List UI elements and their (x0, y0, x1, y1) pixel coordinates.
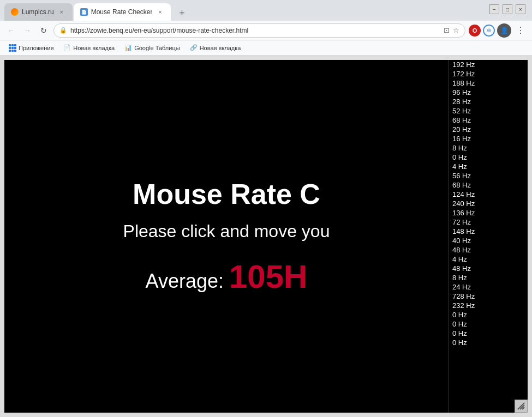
list-item: 0 Hz (449, 310, 519, 319)
lock-icon: 🔒 (59, 27, 67, 34)
rate-list[interactable]: 192 Hz172 Hz188 Hz96 Hz28 Hz52 Hz68 Hz20… (449, 60, 519, 413)
sheets-icon: 📊 (124, 44, 132, 51)
list-item: 72 Hz (449, 217, 519, 227)
tab-lumpics-label: Lumpics.ru (22, 8, 54, 16)
list-item: 192 Hz (449, 60, 519, 69)
browser-actions: O ⊕ 👤 ⋮ (469, 23, 528, 38)
list-item: 24 Hz (449, 282, 519, 292)
list-item: 68 Hz (449, 116, 519, 125)
close-button[interactable]: × (516, 4, 525, 14)
browser-frame: Lumpics.ru × 📄 Mouse Rate Checker × + − … (0, 0, 532, 417)
tab-mouse-rate-label: Mouse Rate Checker (91, 8, 153, 16)
bookmark-new-tab-2-label: Новая вкладка (200, 45, 241, 51)
bookmarks-bar: Приложения 📄 Новая вкладка 📊 Google Табл… (0, 40, 532, 56)
list-item: 8 Hz (449, 273, 519, 282)
list-item: 124 Hz (449, 190, 519, 199)
main-content[interactable]: Mouse Rate C Please click and move you A… (4, 60, 449, 413)
mouse-rate-favicon: 📄 (80, 8, 88, 16)
menu-button[interactable]: ⋮ (513, 23, 528, 38)
list-item: 172 Hz (449, 69, 519, 78)
bookmark-apps-label: Приложения (19, 45, 53, 51)
new-tab-button[interactable]: + (174, 5, 189, 21)
list-item: 232 Hz (449, 301, 519, 310)
content-area: Mouse Rate C Please click and move you A… (0, 56, 532, 417)
tab-lumpics-close[interactable]: × (57, 8, 66, 16)
webpage: Mouse Rate C Please click and move you A… (4, 60, 528, 413)
list-item: 4 Hz (449, 255, 519, 264)
list-item: 8 Hz (449, 143, 519, 153)
list-item: 52 Hz (449, 106, 519, 116)
list-item: 16 Hz (449, 134, 519, 143)
tab-lumpics[interactable]: Lumpics.ru × (4, 3, 73, 21)
doc-icon: 📄 (63, 44, 71, 51)
user-avatar[interactable]: 👤 (497, 23, 511, 38)
list-item: 48 Hz (449, 245, 519, 255)
resize-handle[interactable] (515, 400, 528, 413)
bookmark-sheets-label: Google Таблицы (134, 45, 180, 51)
list-item: 148 Hz (449, 227, 519, 236)
lumpics-favicon (11, 8, 19, 16)
average-value: 105H (229, 258, 307, 295)
list-item: 136 Hz (449, 208, 519, 217)
refresh-button[interactable]: ↻ (37, 24, 50, 37)
minimize-button[interactable]: − (489, 4, 499, 14)
forward-button[interactable]: → (21, 24, 34, 37)
list-item: 0 Hz (449, 329, 519, 338)
list-item: 0 Hz (449, 153, 519, 162)
maximize-button[interactable]: □ (503, 4, 512, 14)
list-item: 4 Hz (449, 162, 519, 171)
list-item: 56 Hz (449, 171, 519, 180)
bookmark-sheets[interactable]: 📊 Google Таблицы (120, 43, 184, 52)
list-item: 96 Hz (449, 88, 519, 97)
tab-mouse-rate-close[interactable]: × (156, 8, 164, 16)
list-item: 188 Hz (449, 78, 519, 88)
list-item: 0 Hz (449, 319, 519, 329)
url-box[interactable]: 🔒 https://zowie.benq.eu/en-eu/support/mo… (53, 23, 465, 38)
list-item: 240 Hz (449, 199, 519, 208)
rate-panel: 192 Hz172 Hz188 Hz96 Hz28 Hz52 Hz68 Hz20… (449, 60, 528, 413)
list-item: 40 Hz (449, 236, 519, 245)
cast-icon: ⊡ (444, 26, 450, 34)
bookmark-star-icon[interactable]: ☆ (453, 26, 459, 34)
bookmark-new-tab-1[interactable]: 📄 Новая вкладка (59, 43, 119, 52)
tab-mouse-rate-checker[interactable]: 📄 Mouse Rate Checker × (74, 3, 171, 21)
list-item: 0 Hz (449, 338, 519, 347)
window-controls: − □ × (489, 4, 525, 14)
list-item: 68 Hz (449, 180, 519, 190)
instruction-text: Please click and move you (123, 221, 330, 241)
bookmark-new-tab-2[interactable]: 🔗 Новая вкладка (186, 43, 246, 52)
bookmark-new-tab-1-label: Новая вкладка (73, 45, 115, 51)
list-item: 48 Hz (449, 264, 519, 273)
apps-grid-icon (9, 44, 16, 52)
url-text: https://zowie.benq.eu/en-eu/support/mous… (70, 27, 440, 34)
list-item: 28 Hz (449, 97, 519, 106)
list-item: 20 Hz (449, 125, 519, 134)
newtab-icon: 🔗 (190, 44, 198, 51)
bookmark-apps[interactable]: Приложения (4, 43, 58, 53)
resize-icon (517, 402, 525, 410)
address-bar: ← → ↻ 🔒 https://zowie.benq.eu/en-eu/supp… (0, 21, 532, 40)
opera-icon[interactable]: O (469, 25, 481, 37)
back-button[interactable]: ← (4, 24, 17, 37)
globe-icon[interactable]: ⊕ (483, 25, 495, 37)
average-display: Average: 105H (146, 258, 308, 295)
tab-bar: Lumpics.ru × 📄 Mouse Rate Checker × + − … (0, 0, 532, 21)
page-title: Mouse Rate C (133, 178, 320, 210)
rate-list-container: 192 Hz172 Hz188 Hz96 Hz28 Hz52 Hz68 Hz20… (449, 60, 528, 413)
list-item: 728 Hz (449, 292, 519, 301)
average-label: Average: (146, 270, 224, 292)
